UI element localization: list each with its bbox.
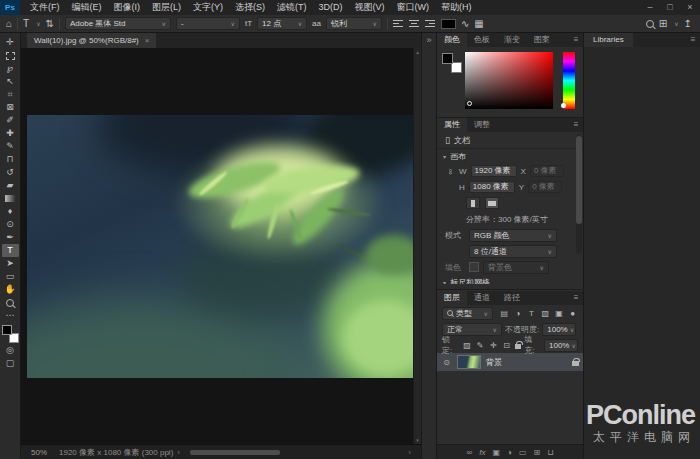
delete-layer-icon[interactable]: ⊔ <box>547 448 553 457</box>
panel-menu-icon[interactable]: ≡ <box>569 118 583 132</box>
menu-edit[interactable]: 编辑(E) <box>66 0 108 15</box>
properties-scrollbar[interactable] <box>576 134 582 254</box>
minimize-button[interactable]: – <box>640 0 660 15</box>
menu-filter[interactable]: 滤镜(T) <box>271 0 313 15</box>
layer-effects-icon[interactable]: fx <box>479 448 485 457</box>
type-tool-icon[interactable]: T <box>23 17 29 31</box>
vertical-scrollbar[interactable]: ▴ ▾ <box>413 48 421 444</box>
eye-icon[interactable]: ⊙ <box>441 358 452 367</box>
font-family-select[interactable]: Adobe 黑体 Std∨ <box>65 17 171 30</box>
tab-color[interactable]: 颜色 <box>437 33 467 47</box>
width-field[interactable]: 1920 像素 <box>471 165 517 177</box>
scroll-down-icon[interactable]: ▾ <box>414 437 421 443</box>
align-center-icon[interactable] <box>409 19 420 29</box>
history-brush-tool[interactable]: ↺ <box>2 166 19 179</box>
color-mode-select[interactable]: RGB 颜色∨ <box>469 229 557 242</box>
lock-transparent-icon[interactable]: ▨ <box>462 341 472 350</box>
filter-type-icon[interactable]: T <box>526 309 537 318</box>
filter-pixel-icon[interactable]: ▤ <box>499 309 510 318</box>
filter-adjustment-icon[interactable]: ◑ <box>513 309 524 318</box>
anti-alias-select[interactable]: 锐利∨ <box>326 17 382 30</box>
quick-mask-button[interactable]: ◎ <box>2 344 19 357</box>
font-size-select[interactable]: 12 点∨ <box>257 17 307 30</box>
canvas-section-header[interactable]: ▾ 画布 <box>437 149 583 163</box>
foreground-background-swatches[interactable] <box>2 325 19 343</box>
tab-patterns[interactable]: 图案 <box>527 33 557 47</box>
font-style-select[interactable]: -∨ <box>176 17 240 30</box>
menu-3d[interactable]: 3D(D) <box>313 0 349 15</box>
hand-tool[interactable]: ✋ <box>2 283 19 296</box>
share-icon[interactable]: ↥ <box>684 17 692 31</box>
panel-menu-icon[interactable]: ≡ <box>686 33 700 47</box>
search-icon[interactable] <box>646 20 654 28</box>
blur-tool[interactable]: ♦ <box>2 205 19 218</box>
panel-menu-icon[interactable]: ≡ <box>569 33 583 47</box>
tab-swatches[interactable]: 色板 <box>467 33 497 47</box>
move-tool[interactable]: ✛ <box>2 36 19 49</box>
document-image[interactable] <box>27 115 413 378</box>
menu-type[interactable]: 文字(Y) <box>187 0 229 15</box>
filter-smart-object-icon[interactable]: ▣ <box>554 309 565 318</box>
color-cursor[interactable] <box>467 101 472 106</box>
y-field[interactable]: 0 像素 <box>528 181 562 193</box>
link-layers-icon[interactable]: ∞ <box>467 448 473 457</box>
menu-file[interactable]: 文件(F) <box>24 0 66 15</box>
type-tool[interactable]: T <box>2 244 19 257</box>
new-group-icon[interactable]: ▭ <box>519 448 527 457</box>
zoom-level[interactable]: 50% <box>31 448 47 457</box>
menu-help[interactable]: 帮助(H) <box>435 0 478 15</box>
layer-fill-select[interactable]: 100%∨ <box>544 339 578 352</box>
screen-mode-button[interactable]: ▢ <box>2 357 19 370</box>
foreground-color-swatch[interactable] <box>2 325 12 335</box>
align-right-icon[interactable] <box>425 19 436 29</box>
menu-view[interactable]: 视图(V) <box>349 0 391 15</box>
color-fg-bg-swatches[interactable] <box>442 53 462 73</box>
fill-color-select[interactable]: 背景色∨ <box>483 261 549 274</box>
foreground-color-swatch[interactable] <box>442 53 453 64</box>
crop-tool[interactable]: ⌗ <box>2 88 19 101</box>
marquee-tool[interactable] <box>2 49 19 62</box>
lock-paint-icon[interactable]: ✎ <box>475 341 485 350</box>
text-color-swatch[interactable] <box>441 19 456 29</box>
collapse-panels-icon[interactable]: » <box>422 33 436 47</box>
scroll-right-icon[interactable]: › <box>408 448 411 457</box>
tab-properties[interactable]: 属性 <box>437 118 467 132</box>
lock-artboard-icon[interactable]: ⊡ <box>501 341 511 350</box>
menu-select[interactable]: 选择(S) <box>229 0 271 15</box>
layer-row-background[interactable]: ⊙ 背景 <box>437 353 583 371</box>
tab-paths[interactable]: 路径 <box>497 291 527 305</box>
toggle-panels-icon[interactable]: ▦ <box>474 17 483 31</box>
adjustment-layer-icon[interactable]: ◑ <box>507 448 512 457</box>
layer-thumbnail[interactable] <box>457 355 481 369</box>
canvas-pasteboard[interactable] <box>21 48 421 444</box>
filter-shape-icon[interactable]: ▧ <box>540 309 551 318</box>
menu-window[interactable]: 窗口(W) <box>391 0 436 15</box>
brush-tool[interactable]: ✎ <box>2 140 19 153</box>
saturation-brightness-field[interactable] <box>465 52 553 109</box>
height-field[interactable]: 1080 像素 <box>469 181 515 193</box>
shape-tool[interactable]: ▭ <box>2 270 19 283</box>
close-button[interactable]: × <box>680 0 700 15</box>
lasso-tool[interactable]: ℘ <box>2 62 19 75</box>
workspace-icon[interactable]: ⊞ <box>659 17 667 31</box>
align-left-icon[interactable] <box>393 19 404 29</box>
panel-menu-icon[interactable]: ≡ <box>569 291 583 305</box>
hue-cursor[interactable] <box>561 103 566 108</box>
tab-layers[interactable]: 图层 <box>437 291 467 305</box>
tab-libraries[interactable]: Libraries <box>584 33 633 47</box>
eyedropper-tool[interactable]: ✐ <box>2 114 19 127</box>
warp-text-icon[interactable]: ∿ <box>461 17 469 31</box>
restore-button[interactable]: □ <box>660 0 680 15</box>
frame-tool[interactable]: ⊠ <box>2 101 19 114</box>
tab-gradients[interactable]: 渐变 <box>497 33 527 47</box>
healing-brush-tool[interactable]: ✚ <box>2 127 19 140</box>
edit-toolbar-button[interactable]: ⋯ <box>2 309 19 322</box>
dodge-tool[interactable]: ⊙ <box>2 218 19 231</box>
lock-all-icon[interactable] <box>515 344 521 349</box>
link-dimensions-icon[interactable]: ∞ <box>446 166 455 176</box>
new-layer-icon[interactable]: ⊞ <box>533 448 540 457</box>
text-orientation-icon[interactable]: ⇅ <box>46 17 54 31</box>
horizontal-scrollbar-thumb[interactable] <box>190 450 280 455</box>
layer-mask-icon[interactable]: ▣ <box>493 448 501 457</box>
landscape-orientation-button[interactable] <box>485 197 499 209</box>
